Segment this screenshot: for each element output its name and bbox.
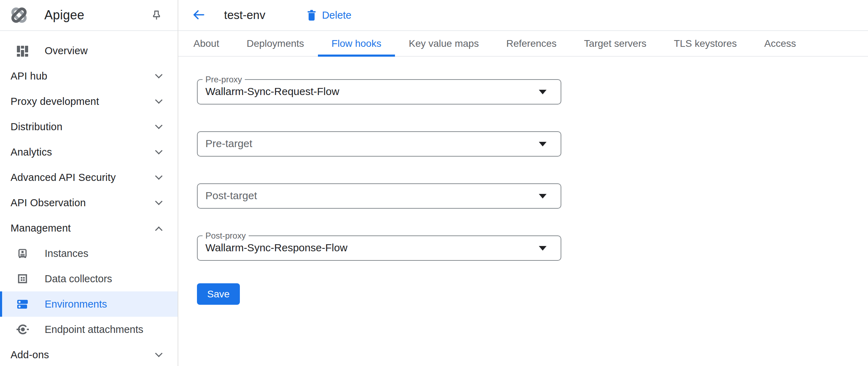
delete-button[interactable]: Delete bbox=[307, 10, 351, 21]
tab-about[interactable]: About bbox=[180, 31, 233, 56]
sidebar-item-label: Advanced API Security bbox=[11, 172, 116, 183]
sidebar-item-environments[interactable]: Environments bbox=[0, 291, 178, 317]
app-root: Apigee Overview A bbox=[0, 0, 868, 366]
tab-key-value-maps[interactable]: Key value maps bbox=[395, 31, 492, 56]
sidebar-item-endpoint-attachments[interactable]: Endpoint attachments bbox=[0, 317, 178, 342]
chevron-down-icon bbox=[155, 349, 162, 357]
tab-access[interactable]: Access bbox=[751, 31, 810, 56]
sidebar-item-api-hub[interactable]: API hub bbox=[0, 63, 178, 89]
sidebar-item-label: Environments bbox=[45, 298, 107, 310]
chevron-down-icon bbox=[155, 96, 162, 103]
post-proxy-select[interactable]: Post-proxy Wallarm-Sync-Response-Flow bbox=[197, 235, 561, 261]
chevron-down-icon bbox=[155, 172, 162, 179]
sidebar-header: Apigee bbox=[0, 0, 178, 31]
back-arrow-button[interactable] bbox=[192, 8, 206, 23]
chevron-down-icon bbox=[155, 197, 162, 205]
sidebar-item-label: Instances bbox=[45, 248, 88, 259]
save-button[interactable]: Save bbox=[197, 283, 240, 305]
sidebar: Apigee Overview A bbox=[0, 0, 178, 366]
chevron-down-icon bbox=[155, 71, 162, 78]
chevron-up-icon bbox=[155, 226, 162, 234]
tab-flow-hooks[interactable]: Flow hooks bbox=[318, 31, 395, 56]
tab-tls-keystores[interactable]: TLS keystores bbox=[660, 31, 751, 56]
pre-proxy-value: Wallarm-Sync-Request-Flow bbox=[205, 80, 339, 103]
sidebar-item-distribution[interactable]: Distribution bbox=[0, 114, 178, 139]
sidebar-item-management[interactable]: Management bbox=[0, 215, 178, 241]
sidebar-item-label: Data collectors bbox=[45, 273, 112, 285]
sidebar-item-advanced-api-security[interactable]: Advanced API Security bbox=[0, 165, 178, 190]
post-target-label: Post-target bbox=[205, 184, 257, 207]
pre-target-select[interactable]: Pre-target bbox=[197, 131, 561, 157]
pre-target-label: Pre-target bbox=[205, 132, 252, 155]
sidebar-item-label: Distribution bbox=[11, 121, 62, 133]
sidebar-item-add-ons[interactable]: Add-ons bbox=[0, 342, 178, 366]
endpoint-attachments-icon bbox=[16, 323, 29, 336]
sidebar-item-analytics[interactable]: Analytics bbox=[0, 139, 178, 165]
post-target-select[interactable]: Post-target bbox=[197, 183, 561, 209]
delete-button-label: Delete bbox=[322, 10, 351, 21]
tab-bar: About Deployments Flow hooks Key value m… bbox=[178, 31, 868, 57]
instances-icon bbox=[16, 247, 29, 260]
page-header: test-env Delete bbox=[178, 0, 868, 31]
sidebar-item-instances[interactable]: Instances bbox=[0, 241, 178, 266]
dropdown-caret-icon bbox=[539, 90, 547, 94]
sidebar-nav: Overview API hub Proxy development Distr… bbox=[0, 31, 178, 366]
page-title: test-env bbox=[224, 8, 265, 22]
sidebar-item-label: Analytics bbox=[11, 146, 52, 158]
sidebar-item-label: Add-ons bbox=[11, 349, 49, 361]
sidebar-item-label: API hub bbox=[11, 70, 47, 82]
flow-hooks-panel: Pre-proxy Wallarm-Sync-Request-Flow Pre-… bbox=[178, 57, 868, 305]
pin-icon[interactable] bbox=[150, 9, 163, 21]
sidebar-item-proxy-development[interactable]: Proxy development bbox=[0, 89, 178, 114]
chevron-down-icon bbox=[155, 147, 162, 154]
tab-deployments[interactable]: Deployments bbox=[233, 31, 318, 56]
overview-dashboard-icon bbox=[16, 44, 29, 57]
back-arrow-icon bbox=[192, 8, 206, 23]
sidebar-item-api-observation[interactable]: API Observation bbox=[0, 190, 178, 215]
sidebar-item-label: API Observation bbox=[11, 197, 86, 209]
tab-references[interactable]: References bbox=[492, 31, 570, 56]
main-area: test-env Delete About Deployments Flow h… bbox=[178, 0, 868, 366]
post-proxy-value: Wallarm-Sync-Response-Flow bbox=[205, 236, 347, 259]
sidebar-item-label: Overview bbox=[45, 45, 88, 57]
app-name: Apigee bbox=[44, 8, 84, 23]
chevron-down-icon bbox=[155, 121, 162, 129]
environments-icon bbox=[16, 298, 29, 310]
dropdown-caret-icon bbox=[539, 194, 547, 198]
tab-target-servers[interactable]: Target servers bbox=[570, 31, 660, 56]
sidebar-item-label: Endpoint attachments bbox=[45, 324, 143, 335]
apigee-logo-icon bbox=[9, 5, 29, 25]
data-collectors-icon bbox=[16, 272, 29, 285]
sidebar-item-label: Proxy development bbox=[11, 96, 99, 107]
trash-icon bbox=[307, 10, 317, 21]
pre-proxy-select[interactable]: Pre-proxy Wallarm-Sync-Request-Flow bbox=[197, 79, 561, 105]
dropdown-caret-icon bbox=[539, 246, 547, 251]
dropdown-caret-icon bbox=[539, 142, 547, 146]
sidebar-item-data-collectors[interactable]: Data collectors bbox=[0, 266, 178, 291]
sidebar-item-overview[interactable]: Overview bbox=[0, 38, 178, 63]
sidebar-item-label: Management bbox=[11, 222, 71, 234]
